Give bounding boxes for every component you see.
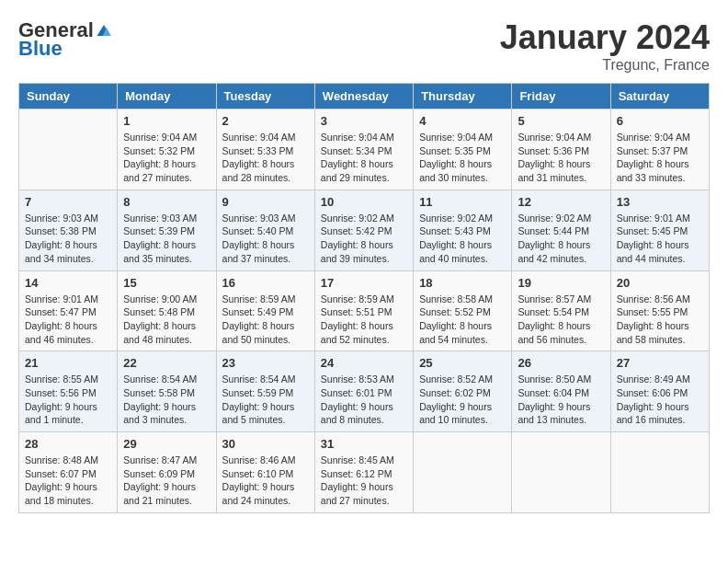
calendar-cell: 15Sunrise: 9:00 AM Sunset: 5:48 PM Dayli…	[118, 270, 216, 351]
calendar-cell: 6Sunrise: 9:04 AM Sunset: 5:37 PM Daylig…	[610, 109, 709, 190]
day-info: Sunrise: 9:04 AM Sunset: 5:34 PM Dayligh…	[321, 131, 407, 185]
calendar-cell: 12Sunrise: 9:02 AM Sunset: 5:44 PM Dayli…	[512, 190, 610, 270]
calendar-cell: 29Sunrise: 8:47 AM Sunset: 6:09 PM Dayli…	[118, 432, 216, 513]
day-info: Sunrise: 8:49 AM Sunset: 6:06 PM Dayligh…	[617, 373, 703, 427]
calendar-cell: 23Sunrise: 8:54 AM Sunset: 5:59 PM Dayli…	[216, 351, 314, 432]
calendar-cell	[610, 432, 709, 513]
day-number: 11	[419, 195, 506, 209]
day-info: Sunrise: 9:04 AM Sunset: 5:36 PM Dayligh…	[518, 131, 604, 185]
week-row-1: 1Sunrise: 9:04 AM Sunset: 5:32 PM Daylig…	[19, 109, 710, 190]
day-number: 5	[518, 114, 604, 128]
calendar-cell: 28Sunrise: 8:48 AM Sunset: 6:07 PM Dayli…	[19, 432, 118, 513]
day-number: 7	[25, 195, 111, 209]
day-info: Sunrise: 8:50 AM Sunset: 6:04 PM Dayligh…	[518, 373, 604, 427]
weekday-header-tuesday: Tuesday	[216, 84, 314, 109]
title-block: January 2024 Tregunc, France	[500, 18, 710, 74]
day-number: 9	[222, 195, 309, 209]
header: General Blue January 2024 Tregunc, Franc…	[18, 18, 710, 74]
day-info: Sunrise: 9:00 AM Sunset: 5:48 PM Dayligh…	[123, 293, 210, 347]
calendar-cell: 16Sunrise: 8:59 AM Sunset: 5:49 PM Dayli…	[216, 270, 314, 351]
day-info: Sunrise: 9:02 AM Sunset: 5:44 PM Dayligh…	[518, 212, 604, 266]
calendar-cell: 26Sunrise: 8:50 AM Sunset: 6:04 PM Dayli…	[512, 351, 610, 432]
day-number: 20	[617, 276, 703, 290]
calendar-cell: 13Sunrise: 9:01 AM Sunset: 5:45 PM Dayli…	[610, 190, 709, 270]
day-info: Sunrise: 8:53 AM Sunset: 6:01 PM Dayligh…	[321, 373, 407, 427]
calendar-cell: 19Sunrise: 8:57 AM Sunset: 5:54 PM Dayli…	[512, 270, 610, 351]
week-row-3: 14Sunrise: 9:01 AM Sunset: 5:47 PM Dayli…	[19, 270, 710, 351]
calendar-cell: 25Sunrise: 8:52 AM Sunset: 6:02 PM Dayli…	[414, 351, 512, 432]
day-info: Sunrise: 9:03 AM Sunset: 5:40 PM Dayligh…	[222, 212, 309, 266]
calendar-cell: 20Sunrise: 8:56 AM Sunset: 5:55 PM Dayli…	[610, 270, 709, 351]
day-number: 17	[321, 276, 407, 290]
day-info: Sunrise: 9:04 AM Sunset: 5:33 PM Dayligh…	[222, 131, 309, 185]
day-info: Sunrise: 9:02 AM Sunset: 5:43 PM Dayligh…	[419, 212, 506, 266]
weekday-header-row: SundayMondayTuesdayWednesdayThursdayFrid…	[19, 84, 710, 109]
calendar-cell: 10Sunrise: 9:02 AM Sunset: 5:42 PM Dayli…	[314, 190, 413, 270]
week-row-4: 21Sunrise: 8:55 AM Sunset: 5:56 PM Dayli…	[19, 351, 710, 432]
day-number: 10	[321, 195, 407, 209]
calendar: SundayMondayTuesdayWednesdayThursdayFrid…	[18, 83, 710, 513]
day-number: 25	[419, 356, 506, 370]
day-info: Sunrise: 8:56 AM Sunset: 5:55 PM Dayligh…	[617, 293, 703, 347]
week-row-2: 7Sunrise: 9:03 AM Sunset: 5:38 PM Daylig…	[19, 190, 710, 270]
day-number: 15	[123, 276, 210, 290]
logo-blue-text: Blue	[18, 37, 63, 61]
day-number: 1	[123, 114, 210, 128]
day-info: Sunrise: 8:57 AM Sunset: 5:54 PM Dayligh…	[518, 293, 604, 347]
day-info: Sunrise: 9:01 AM Sunset: 5:45 PM Dayligh…	[617, 212, 703, 266]
weekday-header-friday: Friday	[512, 84, 610, 109]
day-info: Sunrise: 8:45 AM Sunset: 6:12 PM Dayligh…	[321, 454, 407, 508]
day-number: 23	[222, 356, 309, 370]
weekday-header-wednesday: Wednesday	[314, 84, 413, 109]
day-number: 13	[617, 195, 703, 209]
calendar-cell: 27Sunrise: 8:49 AM Sunset: 6:06 PM Dayli…	[610, 351, 709, 432]
day-info: Sunrise: 8:59 AM Sunset: 5:51 PM Dayligh…	[321, 293, 407, 347]
day-info: Sunrise: 9:04 AM Sunset: 5:32 PM Dayligh…	[123, 131, 210, 185]
calendar-cell: 17Sunrise: 8:59 AM Sunset: 5:51 PM Dayli…	[314, 270, 413, 351]
weekday-header-monday: Monday	[118, 84, 216, 109]
calendar-cell: 21Sunrise: 8:55 AM Sunset: 5:56 PM Dayli…	[19, 351, 118, 432]
day-number: 24	[321, 356, 407, 370]
day-number: 14	[25, 276, 111, 290]
calendar-cell: 3Sunrise: 9:04 AM Sunset: 5:34 PM Daylig…	[314, 109, 413, 190]
day-number: 22	[123, 356, 210, 370]
day-number: 26	[518, 356, 604, 370]
day-number: 28	[25, 437, 111, 451]
day-info: Sunrise: 8:55 AM Sunset: 5:56 PM Dayligh…	[25, 373, 111, 427]
calendar-cell: 30Sunrise: 8:46 AM Sunset: 6:10 PM Dayli…	[216, 432, 314, 513]
day-info: Sunrise: 8:58 AM Sunset: 5:52 PM Dayligh…	[419, 293, 506, 347]
day-info: Sunrise: 8:47 AM Sunset: 6:09 PM Dayligh…	[123, 454, 210, 508]
weekday-header-saturday: Saturday	[610, 84, 709, 109]
calendar-cell: 7Sunrise: 9:03 AM Sunset: 5:38 PM Daylig…	[19, 190, 118, 270]
day-info: Sunrise: 8:54 AM Sunset: 5:59 PM Dayligh…	[222, 373, 309, 427]
day-number: 3	[321, 114, 407, 128]
day-info: Sunrise: 9:02 AM Sunset: 5:42 PM Dayligh…	[321, 212, 407, 266]
day-number: 29	[123, 437, 210, 451]
calendar-cell: 24Sunrise: 8:53 AM Sunset: 6:01 PM Dayli…	[314, 351, 413, 432]
calendar-cell: 5Sunrise: 9:04 AM Sunset: 5:36 PM Daylig…	[512, 109, 610, 190]
calendar-cell: 9Sunrise: 9:03 AM Sunset: 5:40 PM Daylig…	[216, 190, 314, 270]
day-number: 30	[222, 437, 309, 451]
calendar-cell: 1Sunrise: 9:04 AM Sunset: 5:32 PM Daylig…	[118, 109, 216, 190]
calendar-cell: 8Sunrise: 9:03 AM Sunset: 5:39 PM Daylig…	[118, 190, 216, 270]
calendar-cell: 14Sunrise: 9:01 AM Sunset: 5:47 PM Dayli…	[19, 270, 118, 351]
day-number: 16	[222, 276, 309, 290]
location: Tregunc, France	[500, 57, 710, 74]
weekday-header-sunday: Sunday	[19, 84, 118, 109]
day-number: 27	[617, 356, 703, 370]
month-title: January 2024	[500, 18, 710, 57]
day-info: Sunrise: 9:04 AM Sunset: 5:37 PM Dayligh…	[617, 131, 703, 185]
calendar-cell	[414, 432, 512, 513]
day-info: Sunrise: 8:48 AM Sunset: 6:07 PM Dayligh…	[25, 454, 111, 508]
day-info: Sunrise: 9:03 AM Sunset: 5:38 PM Dayligh…	[25, 212, 111, 266]
day-info: Sunrise: 8:54 AM Sunset: 5:58 PM Dayligh…	[123, 373, 210, 427]
calendar-cell	[19, 109, 118, 190]
day-number: 4	[419, 114, 506, 128]
day-number: 6	[617, 114, 703, 128]
calendar-cell: 11Sunrise: 9:02 AM Sunset: 5:43 PM Dayli…	[414, 190, 512, 270]
day-info: Sunrise: 9:01 AM Sunset: 5:47 PM Dayligh…	[25, 293, 111, 347]
day-number: 19	[518, 276, 604, 290]
weekday-header-thursday: Thursday	[414, 84, 512, 109]
day-number: 12	[518, 195, 604, 209]
day-info: Sunrise: 8:52 AM Sunset: 6:02 PM Dayligh…	[419, 373, 506, 427]
